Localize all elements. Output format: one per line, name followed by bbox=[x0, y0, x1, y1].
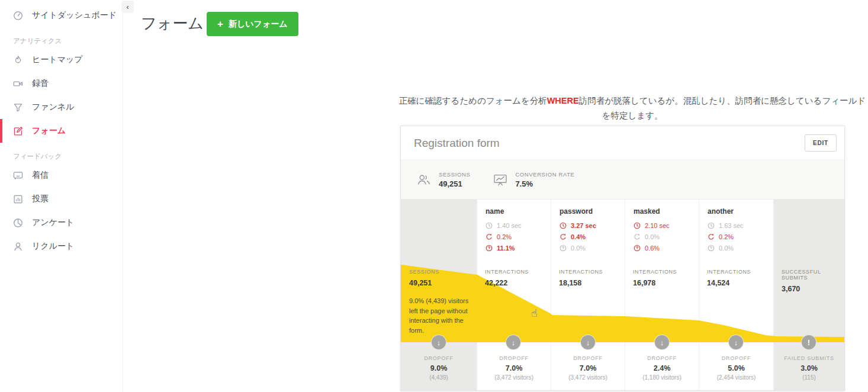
fields-spacer-right bbox=[773, 200, 844, 263]
field-column-name: name 1.40 sec 0.2% 11.1% bbox=[477, 200, 551, 263]
plus-icon: + bbox=[217, 19, 223, 29]
sidebar-item-heatmaps[interactable]: ヒートマップ bbox=[0, 48, 123, 72]
field-column-another: another 1.63 sec 0.2% 0.0% bbox=[699, 200, 773, 263]
sidebar-item-recordings[interactable]: 録音 bbox=[0, 72, 123, 95]
edit-pencil-icon bbox=[13, 126, 23, 136]
feedback-bubble-icon bbox=[13, 171, 23, 181]
refill-icon bbox=[486, 233, 493, 240]
funnel-sessions-note: 9.0% (4,439) visitors left the page with… bbox=[409, 296, 477, 335]
new-form-button-label: 新しいフォーム bbox=[229, 19, 288, 30]
sidebar-item-label: リクルート bbox=[32, 241, 74, 252]
stat-value: 7.5% bbox=[515, 179, 574, 188]
field-column-masked: masked 2.10 sec 0.0% 0.6% bbox=[625, 200, 699, 263]
clock-icon bbox=[486, 222, 493, 229]
bar-chart-icon bbox=[13, 194, 23, 204]
sidebar-item-site-dashboard[interactable]: サイトダッシュボード bbox=[0, 4, 123, 27]
funnel-icon bbox=[13, 102, 23, 113]
failed-submits-marker-exclamation-icon[interactable]: ! bbox=[801, 335, 816, 350]
card-title: Registration form bbox=[414, 137, 500, 150]
intro-highlight: WHERE bbox=[547, 96, 579, 105]
field-time-stat: 3.27 sec bbox=[560, 222, 625, 229]
field-column-password: password 3.27 sec 0.4% 0.0% bbox=[551, 200, 625, 263]
dropoff-marker-arrow-icon[interactable]: ↓ bbox=[728, 335, 744, 350]
field-blank-stat: 0.0% bbox=[560, 245, 625, 252]
field-time-stat: 1.40 sec bbox=[486, 222, 551, 229]
sidebar-item-polls[interactable]: 投票 bbox=[0, 187, 123, 211]
field-name: another bbox=[708, 207, 773, 216]
new-form-button[interactable]: + 新しいフォーム bbox=[207, 12, 298, 36]
funnel-labels: SESSIONS 49,251 9.0% (4,439) visitors le… bbox=[401, 263, 844, 342]
sidebar: ‹ サイトダッシュボード アナリティクス ヒートマップ 録音 ファンネル フォー… bbox=[0, 0, 123, 392]
dropoff-marker-arrow-icon[interactable]: ↓ bbox=[580, 335, 596, 350]
question-icon bbox=[560, 245, 567, 252]
clock-icon bbox=[560, 222, 567, 229]
refill-icon bbox=[634, 233, 641, 240]
sidebar-item-label: ファンネル bbox=[32, 102, 75, 113]
funnel-step-interactions-3: INTERACTIONS 16,978 bbox=[625, 263, 699, 342]
chevron-left-icon: ‹ bbox=[127, 3, 129, 11]
funnel-step-interactions-4: INTERACTIONS 14,524 bbox=[699, 263, 773, 342]
conversion-rate-stat: CONVERSION RATE 7.5% bbox=[493, 171, 574, 188]
funnel-step-interactions-2: INTERACTIONS 18,158 bbox=[551, 263, 625, 342]
edit-button[interactable]: EDIT bbox=[805, 134, 837, 152]
intro-text: 正確に確認するためのフォームを分析WHERE訪問者が脱落しているが。混乱したり、… bbox=[398, 94, 867, 124]
sidebar-item-funnels[interactable]: ファンネル bbox=[0, 95, 123, 119]
registration-form-card: Registration form EDIT SESSIONS 49,251 C… bbox=[400, 126, 845, 391]
field-name: masked bbox=[634, 207, 699, 216]
field-name: password bbox=[560, 207, 625, 216]
refill-icon bbox=[560, 233, 567, 240]
clock-icon bbox=[708, 222, 715, 229]
video-camera-icon bbox=[13, 79, 23, 89]
field-time-stat: 2.10 sec bbox=[634, 222, 699, 229]
mouse-cursor-icon: ☝ bbox=[531, 307, 538, 320]
question-icon bbox=[708, 245, 715, 252]
sidebar-collapse-button[interactable]: ‹ bbox=[121, 1, 134, 13]
users-icon bbox=[416, 173, 432, 186]
funnel-step-sessions: SESSIONS 49,251 9.0% (4,439) visitors le… bbox=[401, 263, 477, 342]
field-name: name bbox=[486, 207, 551, 216]
stats-bar: SESSIONS 49,251 CONVERSION RATE 7.5% bbox=[401, 160, 844, 200]
funnel-step-interactions-1: INTERACTIONS 42,222 bbox=[477, 263, 551, 342]
field-stats-row: name 1.40 sec 0.2% 11.1% password 3.27 s… bbox=[401, 200, 844, 263]
field-refill-stat: 0.0% bbox=[634, 233, 699, 240]
sidebar-item-label: 着信 bbox=[32, 170, 49, 181]
sidebar-item-label: アンケート bbox=[32, 217, 74, 228]
sidebar-item-label: フォーム bbox=[32, 126, 66, 136]
dropoff-marker-arrow-icon[interactable]: ↓ bbox=[654, 335, 670, 350]
sidebar-item-forms[interactable]: フォーム bbox=[0, 119, 123, 143]
sidebar-section-feedback: フィードバック bbox=[0, 152, 123, 161]
field-blank-stat: 11.1% bbox=[486, 245, 551, 252]
refill-icon bbox=[708, 233, 715, 240]
sidebar-item-label: サイトダッシュボード bbox=[32, 10, 117, 21]
dropoff-row: DROPOFF 9.0% (4,439) DROPOFF 7.0% (3,472… bbox=[401, 342, 844, 390]
sidebar-item-label: 録音 bbox=[32, 78, 49, 89]
field-blank-stat: 0.6% bbox=[634, 245, 699, 252]
dropoff-marker-arrow-icon[interactable]: ↓ bbox=[506, 335, 521, 350]
sidebar-item-label: 投票 bbox=[32, 194, 49, 204]
flame-icon bbox=[13, 55, 23, 65]
page-title: フォーム bbox=[141, 13, 204, 34]
sidebar-item-label: ヒートマップ bbox=[32, 54, 83, 65]
person-icon bbox=[13, 242, 23, 252]
stat-label: SESSIONS bbox=[439, 171, 470, 178]
field-refill-stat: 0.2% bbox=[486, 233, 551, 240]
sidebar-item-surveys[interactable]: アンケート bbox=[0, 211, 123, 234]
stat-label: CONVERSION RATE bbox=[515, 171, 574, 178]
presentation-chart-icon bbox=[493, 173, 508, 186]
question-icon bbox=[634, 245, 641, 252]
pie-chart-icon bbox=[13, 218, 23, 228]
question-icon bbox=[486, 245, 493, 252]
field-blank-stat: 0.0% bbox=[708, 245, 773, 252]
field-time-stat: 1.63 sec bbox=[708, 222, 773, 229]
sidebar-item-recruiters[interactable]: リクルート bbox=[0, 234, 123, 258]
funnel-step-successful-submits: SUCCESSFUL SUBMITS 3,670 bbox=[773, 263, 844, 342]
sidebar-item-incoming[interactable]: 着信 bbox=[0, 163, 123, 187]
funnel-chart: SESSIONS 49,251 9.0% (4,439) visitors le… bbox=[401, 263, 844, 342]
dashboard-gauge-icon bbox=[13, 11, 23, 21]
sessions-stat: SESSIONS 49,251 bbox=[416, 171, 470, 188]
clock-icon bbox=[634, 222, 641, 229]
fields-spacer-left bbox=[401, 200, 477, 263]
dropoff-marker-arrow-icon[interactable]: ↓ bbox=[431, 335, 446, 350]
sidebar-section-analytics: アナリティクス bbox=[0, 37, 123, 46]
field-refill-stat: 0.4% bbox=[560, 233, 625, 240]
